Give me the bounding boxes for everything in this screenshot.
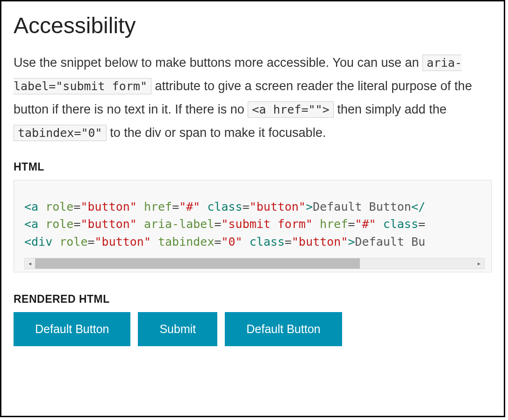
code-token: aria-label <box>137 217 215 231</box>
code-token: "submit form" <box>222 217 313 231</box>
code-token: = <box>172 200 179 214</box>
default-button-2[interactable]: Default Button <box>225 312 342 346</box>
code-token: "button" <box>80 200 136 214</box>
code-token: = <box>214 217 221 231</box>
triangle-right-icon: ▸ <box>478 260 480 267</box>
code-token: > <box>306 200 313 214</box>
section-label-html: HTML <box>14 161 492 173</box>
code-token: = <box>87 235 94 249</box>
section-label-rendered: RENDERED HTML <box>14 293 492 306</box>
code-token: <a <box>24 200 38 214</box>
code-token: = <box>214 235 221 249</box>
code-token: "#" <box>355 217 376 231</box>
code-token: "#" <box>179 200 200 214</box>
inline-code-a-href: <a href=""> <box>248 101 334 118</box>
code-token: Default Bu <box>355 235 426 249</box>
code-token: href <box>137 200 172 214</box>
code-token: <div <box>24 235 52 249</box>
code-token: > <box>348 235 355 249</box>
code-token: = <box>418 217 425 231</box>
code-line-3: <div role="button" tabindex="0" class="b… <box>24 233 485 251</box>
code-line-1: <a role="button" href="#" class="button"… <box>24 198 485 216</box>
code-token: "0" <box>222 235 243 249</box>
horizontal-scrollbar[interactable]: ◂ ▸ <box>24 258 485 269</box>
code-token: class <box>200 200 242 214</box>
doc-frame: Accessibility Use the snippet below to m… <box>0 0 505 417</box>
code-token: </ <box>411 200 425 214</box>
triangle-left-icon: ◂ <box>29 260 31 267</box>
code-token: class <box>243 235 285 249</box>
code-line-2: <a role="button" aria-label="submit form… <box>24 215 485 233</box>
description-paragraph: Use the snippet below to make buttons mo… <box>14 51 492 145</box>
code-token: = <box>285 235 292 249</box>
code-token: = <box>348 217 355 231</box>
code-token: class <box>376 217 418 231</box>
code-token: tabindex <box>151 235 214 249</box>
scrollbar-track[interactable] <box>35 258 474 269</box>
page-title: Accessibility <box>14 13 492 38</box>
code-token: <a <box>24 217 38 231</box>
desc-text-1: Use the snippet below to make buttons mo… <box>14 56 422 70</box>
desc-text-3: then simply add the <box>337 102 446 116</box>
code-panel: <a role="button" href="#" class="button"… <box>14 180 492 273</box>
code-token: href <box>313 217 348 231</box>
code-token: Default Button <box>313 200 411 214</box>
code-token: role <box>38 217 73 231</box>
scroll-left-button[interactable]: ◂ <box>25 258 35 269</box>
scroll-right-button[interactable]: ▸ <box>474 258 484 269</box>
inline-code-tabindex: tabindex="0" <box>14 125 107 141</box>
default-button-1[interactable]: Default Button <box>14 312 130 346</box>
code-token: "button" <box>292 235 348 249</box>
code-snippet[interactable]: <a role="button" href="#" class="button"… <box>24 198 485 251</box>
rendered-buttons-row: Default Button Submit Default Button <box>14 312 492 346</box>
desc-text-4: to the div or span to make it focusable. <box>110 126 326 140</box>
code-token: role <box>38 200 73 214</box>
code-token: = <box>73 200 80 214</box>
code-token: = <box>73 217 80 231</box>
submit-button[interactable]: Submit <box>138 312 217 346</box>
code-token: "button" <box>250 200 306 214</box>
code-token: "button" <box>95 235 151 249</box>
code-token: "button" <box>80 217 136 231</box>
code-token: role <box>52 235 87 249</box>
scrollbar-thumb[interactable] <box>35 258 360 269</box>
code-token: = <box>243 200 250 214</box>
